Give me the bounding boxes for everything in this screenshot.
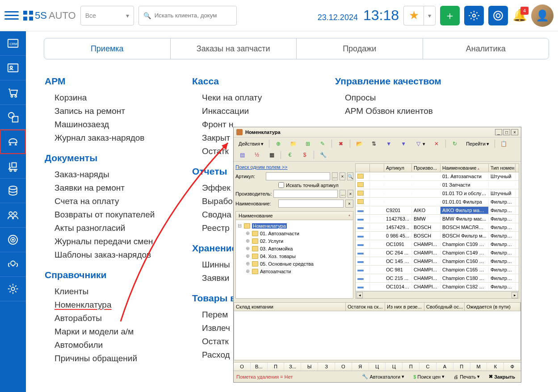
menu-order-templates[interactable]: Шаблоны заказ-нарядов [45,248,183,262]
grid-row[interactable]: OC1091CHAMPI...Champion C109 Фи...Фильтр… [356,240,519,249]
alpha-letter[interactable]: В... [251,363,268,371]
price-search-button[interactable]: $ Поиск цен ▾ [410,372,448,381]
menu-makes-models[interactable]: Марки и модели а/м [45,325,183,338]
grid-row[interactable]: 1142763...BMWBMW Фильтр мас...Фильтр м..… [356,215,519,223]
manufacturer-input[interactable] [273,190,338,198]
col-article[interactable]: Артикул [384,164,412,172]
article-input[interactable] [266,172,330,180]
alpha-letter[interactable]: Я [352,363,369,371]
add-button[interactable]: ＋ [440,6,460,25]
grid-row[interactable]: OC1014 ...CHAMPI...Champion C182 Фи...Фи… [356,283,519,291]
col-free[interactable]: Свободный ос... [424,303,465,311]
search-scope-dropdown[interactable]: Все ▾ [80,6,134,25]
edit-icon[interactable]: ✎ [316,139,329,149]
menu-dispute-acts[interactable]: Акты разногласий [45,221,183,235]
col-name[interactable]: Наименование ▴ [441,164,489,172]
alpha-letter[interactable]: А [436,363,453,371]
grid-row[interactable]: OC 145 O...CHAMPI...Champion C160 Фи...Ф… [356,257,519,266]
article-ellipsis[interactable]: … [332,172,338,180]
menu-shift-journals[interactable]: Журналы передачи смен [45,235,183,248]
alpha-letter[interactable]: Ц [369,363,386,371]
sort-icon[interactable]: ▴ [348,213,350,218]
filter-icon[interactable]: ▼ [382,139,395,149]
filter-clear-icon[interactable]: ▽▾ [411,139,428,149]
name-clear[interactable]: × [345,200,353,208]
tab-reception[interactable]: Приемка [44,38,171,59]
close-button[interactable]: × [511,129,518,135]
search-one-field-link[interactable]: Поиск одним полем >> [235,163,353,171]
menu-clients[interactable]: Клиенты [45,285,183,298]
grid-row[interactable]: C9201AIKOAIKO Фильтр масл...Фильтр м... [356,206,519,215]
alpha-letter[interactable]: М [470,363,487,371]
menu-hamburger[interactable] [4,8,19,23]
col-warehouse[interactable]: Склад компании [234,303,346,311]
tb-icon-5[interactable]: € [283,150,297,160]
search-input[interactable] [155,12,232,19]
menu-nomenclature[interactable]: Номенклатура [45,298,183,312]
close-dialog-button[interactable]: ✖ Закрыть [486,372,518,381]
tree-item[interactable]: ⊕05. Основные средства [238,260,351,267]
grid-row[interactable]: 0 986 45...BOSCHBOSCH Фильтр м...Фильтр … [356,232,519,240]
grid-row[interactable]: 01.01 ТО и обслуж...Штучный [356,189,519,198]
sidebar-target[interactable] [0,228,26,252]
move-icon[interactable]: 📂 [352,139,366,149]
favorites-button[interactable]: ★ ▾ [403,6,436,25]
menu-cart[interactable]: Корзина [45,91,183,104]
alpha-letter[interactable]: С [420,363,436,371]
actions-menu[interactable]: Действия ▾ [235,140,267,148]
alpha-letter[interactable]: П [403,363,420,371]
minimize-button[interactable]: _ [495,129,502,135]
grid-row[interactable]: OC 264 ...CHAMPI...Champion C149 Фи...Фи… [356,249,519,257]
tb-settings-icon[interactable]: 🔧 [316,150,330,160]
add-icon[interactable]: ⊕ [272,139,285,149]
menu-invoices[interactable]: Счета на оплату [45,195,183,208]
sidebar-support[interactable] [0,252,26,277]
exact-article-checkbox[interactable] [278,182,284,188]
menu-repair-booking[interactable]: Запись на ремонт [45,104,183,118]
sidebar-staff[interactable] [0,203,26,228]
maximize-button[interactable]: □ [503,129,510,135]
tb-icon-4[interactable]: ▦ [265,150,278,160]
col-manufacturer[interactable]: Произво... [412,164,441,172]
tree-item[interactable]: ⊕02. Услуги [238,237,351,245]
alpha-letter[interactable]: Ц [386,363,403,371]
tree-item[interactable]: ⊕03. Автомойка [238,245,351,252]
sidebar-contacts[interactable] [0,56,26,80]
alpha-letter[interactable]: П [453,363,470,371]
tree-item[interactable]: ⊕01. Автозапчасти [238,229,351,237]
sidebar-service[interactable] [0,129,26,154]
sidebar-cart[interactable] [0,80,26,105]
menu-car-checkin[interactable]: Машинозаезд [45,118,183,131]
goto-menu[interactable]: Перейти ▾ [463,140,492,148]
menu-work-orders[interactable]: Заказ-наряды [45,168,183,181]
print-button[interactable]: 🖨 Печать ▾ [450,372,483,381]
grid-row[interactable]: 01. АвтозапчастиШтучный [356,172,519,181]
col-icon[interactable] [356,164,370,172]
help-button[interactable] [488,6,508,25]
grid-row[interactable]: 01 Запчасти [356,181,519,189]
col-expected[interactable]: Ожидается (в пути) [465,303,520,311]
sidebar-crm[interactable]: CRM [0,31,26,56]
delete-icon[interactable]: ✖ [334,139,348,149]
alpha-letter[interactable]: П [268,363,285,371]
article-search[interactable]: 🔍 [347,172,353,180]
col-type[interactable]: Тип номен [489,164,516,172]
sidebar-finance[interactable] [0,179,26,203]
grid-row[interactable]: 1457429...BOSCHBOSCH МАСЛЯНЫ...Фильтр м.… [356,223,519,232]
grid-row[interactable]: 01.01.01 ФильтраФильтр м... [356,198,519,206]
chevron-down-icon[interactable]: ▾ [424,6,435,25]
tree-item[interactable]: ⊕Автозапчасти [238,267,351,275]
refresh-icon[interactable]: ↻ [448,139,462,149]
alpha-letter[interactable]: О [335,363,352,371]
menu-customer-returns[interactable]: Возвраты от покупателей [45,208,183,221]
tab-analytics[interactable]: Аналитика [423,38,549,59]
add-copy-icon[interactable]: ⊞ [301,139,315,149]
sidebar-calendar[interactable] [0,105,26,129]
menu-work-orders-journal[interactable]: Журнал заказ-нарядов [45,131,183,145]
name-input[interactable] [278,200,344,208]
hierarchy-icon[interactable]: ⇅ [367,139,381,149]
tree-item[interactable]: ⊕04. Хоз. товары [238,252,351,260]
menu-repair-requests[interactable]: Заявки на ремонт [45,181,183,195]
filter2-icon[interactable]: ▼ [397,139,410,149]
menu-client-calls[interactable]: АРМ Обзвон клиентов [335,104,549,118]
